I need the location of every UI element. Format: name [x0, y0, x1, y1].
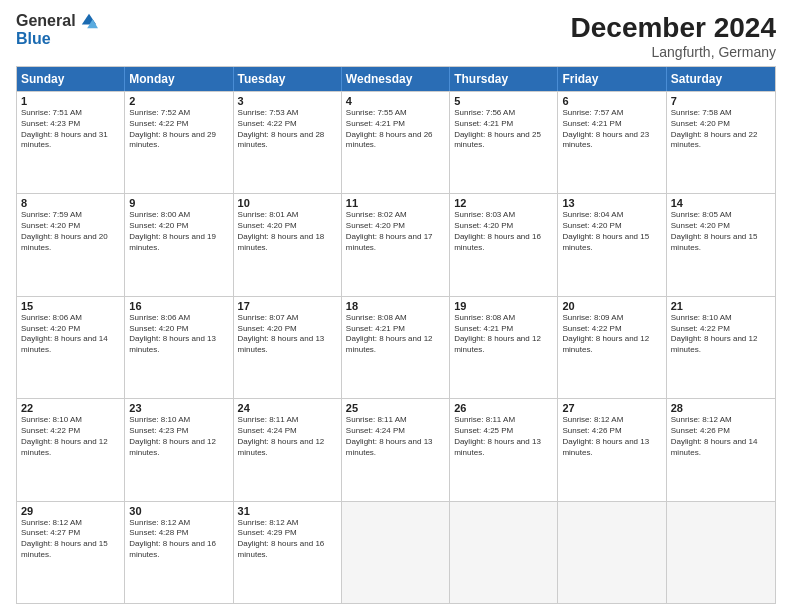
sunrise-label: Sunrise: 7:56 AM [454, 108, 515, 117]
sunset-label: Sunset: 4:20 PM [671, 119, 730, 128]
daylight-label: Daylight: 8 hours and 16 minutes. [238, 539, 325, 559]
header-saturday: Saturday [667, 67, 775, 91]
daylight-label: Daylight: 8 hours and 12 minutes. [562, 334, 649, 354]
day-cell-22: 22 Sunrise: 8:10 AM Sunset: 4:22 PM Dayl… [17, 399, 125, 500]
sunrise-label: Sunrise: 8:05 AM [671, 210, 732, 219]
daylight-label: Daylight: 8 hours and 13 minutes. [562, 437, 649, 457]
day-info: Sunrise: 8:11 AM Sunset: 4:24 PM Dayligh… [238, 415, 337, 458]
day-cell-20: 20 Sunrise: 8:09 AM Sunset: 4:22 PM Dayl… [558, 297, 666, 398]
daylight-label: Daylight: 8 hours and 13 minutes. [454, 437, 541, 457]
sunrise-label: Sunrise: 8:08 AM [454, 313, 515, 322]
title-block: December 2024 Langfurth, Germany [571, 12, 776, 60]
sunset-label: Sunset: 4:26 PM [671, 426, 730, 435]
day-info: Sunrise: 8:06 AM Sunset: 4:20 PM Dayligh… [129, 313, 228, 356]
day-number: 22 [21, 402, 120, 414]
logo-blue-text: Blue [16, 30, 51, 48]
sunrise-label: Sunrise: 8:06 AM [129, 313, 190, 322]
daylight-label: Daylight: 8 hours and 20 minutes. [21, 232, 108, 252]
daylight-label: Daylight: 8 hours and 15 minutes. [671, 232, 758, 252]
day-number: 29 [21, 505, 120, 517]
day-info: Sunrise: 8:03 AM Sunset: 4:20 PM Dayligh… [454, 210, 553, 253]
day-info: Sunrise: 8:12 AM Sunset: 4:26 PM Dayligh… [562, 415, 661, 458]
day-cell-31: 31 Sunrise: 8:12 AM Sunset: 4:29 PM Dayl… [234, 502, 342, 603]
calendar-header: Sunday Monday Tuesday Wednesday Thursday… [17, 67, 775, 91]
sunset-label: Sunset: 4:20 PM [346, 221, 405, 230]
day-info: Sunrise: 7:56 AM Sunset: 4:21 PM Dayligh… [454, 108, 553, 151]
sunrise-label: Sunrise: 8:10 AM [671, 313, 732, 322]
daylight-label: Daylight: 8 hours and 12 minutes. [21, 437, 108, 457]
day-number: 8 [21, 197, 120, 209]
day-number: 18 [346, 300, 445, 312]
day-info: Sunrise: 7:53 AM Sunset: 4:22 PM Dayligh… [238, 108, 337, 151]
day-info: Sunrise: 8:02 AM Sunset: 4:20 PM Dayligh… [346, 210, 445, 253]
sunset-label: Sunset: 4:22 PM [562, 324, 621, 333]
day-info: Sunrise: 8:07 AM Sunset: 4:20 PM Dayligh… [238, 313, 337, 356]
day-cell-18: 18 Sunrise: 8:08 AM Sunset: 4:21 PM Dayl… [342, 297, 450, 398]
sunset-label: Sunset: 4:21 PM [454, 119, 513, 128]
day-info: Sunrise: 8:08 AM Sunset: 4:21 PM Dayligh… [346, 313, 445, 356]
day-info: Sunrise: 7:59 AM Sunset: 4:20 PM Dayligh… [21, 210, 120, 253]
day-number: 5 [454, 95, 553, 107]
sunrise-label: Sunrise: 8:04 AM [562, 210, 623, 219]
sunset-label: Sunset: 4:22 PM [129, 119, 188, 128]
calendar-body: 1 Sunrise: 7:51 AM Sunset: 4:23 PM Dayli… [17, 91, 775, 603]
sunrise-label: Sunrise: 8:12 AM [238, 518, 299, 527]
day-info: Sunrise: 7:57 AM Sunset: 4:21 PM Dayligh… [562, 108, 661, 151]
sunset-label: Sunset: 4:20 PM [562, 221, 621, 230]
empty-cell [558, 502, 666, 603]
daylight-label: Daylight: 8 hours and 12 minutes. [129, 437, 216, 457]
day-cell-8: 8 Sunrise: 7:59 AM Sunset: 4:20 PM Dayli… [17, 194, 125, 295]
daylight-label: Daylight: 8 hours and 12 minutes. [671, 334, 758, 354]
day-number: 26 [454, 402, 553, 414]
daylight-label: Daylight: 8 hours and 29 minutes. [129, 130, 216, 150]
daylight-label: Daylight: 8 hours and 18 minutes. [238, 232, 325, 252]
sunset-label: Sunset: 4:28 PM [129, 528, 188, 537]
day-cell-24: 24 Sunrise: 8:11 AM Sunset: 4:24 PM Dayl… [234, 399, 342, 500]
sunset-label: Sunset: 4:22 PM [671, 324, 730, 333]
calendar-week-1: 1 Sunrise: 7:51 AM Sunset: 4:23 PM Dayli… [17, 91, 775, 193]
sunset-label: Sunset: 4:20 PM [21, 221, 80, 230]
sunrise-label: Sunrise: 8:12 AM [129, 518, 190, 527]
daylight-label: Daylight: 8 hours and 19 minutes. [129, 232, 216, 252]
daylight-label: Daylight: 8 hours and 28 minutes. [238, 130, 325, 150]
day-info: Sunrise: 8:01 AM Sunset: 4:20 PM Dayligh… [238, 210, 337, 253]
sunset-label: Sunset: 4:29 PM [238, 528, 297, 537]
header: General Blue December 2024 Langfurth, Ge… [16, 12, 776, 60]
daylight-label: Daylight: 8 hours and 13 minutes. [129, 334, 216, 354]
day-info: Sunrise: 7:51 AM Sunset: 4:23 PM Dayligh… [21, 108, 120, 151]
day-cell-5: 5 Sunrise: 7:56 AM Sunset: 4:21 PM Dayli… [450, 92, 558, 193]
logo-general-text: General [16, 12, 76, 30]
daylight-label: Daylight: 8 hours and 12 minutes. [346, 334, 433, 354]
day-number: 3 [238, 95, 337, 107]
day-cell-21: 21 Sunrise: 8:10 AM Sunset: 4:22 PM Dayl… [667, 297, 775, 398]
logo: General Blue [16, 12, 98, 48]
daylight-label: Daylight: 8 hours and 31 minutes. [21, 130, 108, 150]
empty-cell [667, 502, 775, 603]
header-wednesday: Wednesday [342, 67, 450, 91]
day-cell-25: 25 Sunrise: 8:11 AM Sunset: 4:24 PM Dayl… [342, 399, 450, 500]
header-thursday: Thursday [450, 67, 558, 91]
sunset-label: Sunset: 4:22 PM [21, 426, 80, 435]
day-info: Sunrise: 8:08 AM Sunset: 4:21 PM Dayligh… [454, 313, 553, 356]
sunset-label: Sunset: 4:21 PM [346, 119, 405, 128]
sunrise-label: Sunrise: 8:03 AM [454, 210, 515, 219]
daylight-label: Daylight: 8 hours and 17 minutes. [346, 232, 433, 252]
sunrise-label: Sunrise: 7:57 AM [562, 108, 623, 117]
day-cell-3: 3 Sunrise: 7:53 AM Sunset: 4:22 PM Dayli… [234, 92, 342, 193]
sunrise-label: Sunrise: 8:06 AM [21, 313, 82, 322]
day-cell-11: 11 Sunrise: 8:02 AM Sunset: 4:20 PM Dayl… [342, 194, 450, 295]
header-friday: Friday [558, 67, 666, 91]
month-title: December 2024 [571, 12, 776, 44]
sunrise-label: Sunrise: 8:09 AM [562, 313, 623, 322]
day-number: 27 [562, 402, 661, 414]
day-info: Sunrise: 8:00 AM Sunset: 4:20 PM Dayligh… [129, 210, 228, 253]
day-info: Sunrise: 7:52 AM Sunset: 4:22 PM Dayligh… [129, 108, 228, 151]
sunset-label: Sunset: 4:20 PM [129, 324, 188, 333]
empty-cell [450, 502, 558, 603]
sunset-label: Sunset: 4:20 PM [454, 221, 513, 230]
daylight-label: Daylight: 8 hours and 15 minutes. [562, 232, 649, 252]
calendar-week-2: 8 Sunrise: 7:59 AM Sunset: 4:20 PM Dayli… [17, 193, 775, 295]
day-cell-26: 26 Sunrise: 8:11 AM Sunset: 4:25 PM Dayl… [450, 399, 558, 500]
sunset-label: Sunset: 4:20 PM [238, 324, 297, 333]
day-cell-10: 10 Sunrise: 8:01 AM Sunset: 4:20 PM Dayl… [234, 194, 342, 295]
